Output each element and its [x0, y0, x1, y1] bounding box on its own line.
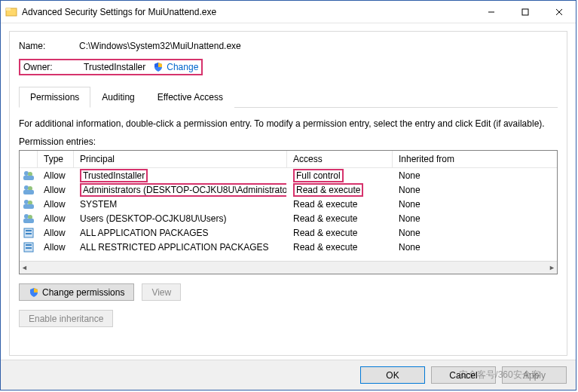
col-type[interactable]: Type: [38, 151, 74, 167]
content-panel: Name: C:\Windows\System32\MuiUnattend.ex…: [9, 31, 567, 356]
cell-type: Allow: [38, 240, 74, 254]
cell-access: Read & execute: [287, 226, 393, 240]
cell-principal: ALL APPLICATION PACKAGES: [74, 226, 287, 240]
tab-permissions[interactable]: Permissions: [19, 87, 90, 108]
svg-point-12: [24, 200, 29, 204]
cell-inherited: None: [393, 226, 557, 240]
cell-type: Allow: [38, 212, 74, 225]
principal-icon: [20, 197, 38, 212]
principal-icon: [20, 240, 38, 255]
tab-auditing[interactable]: Auditing: [90, 87, 145, 108]
principal-icon: [20, 211, 38, 226]
change-permissions-label: Change permissions: [42, 287, 124, 298]
ok-button[interactable]: OK: [360, 366, 425, 384]
maximize-button[interactable]: [508, 1, 542, 23]
col-principal[interactable]: Principal: [74, 151, 287, 167]
cell-type: Allow: [38, 198, 74, 211]
name-value: C:\Windows\System32\MuiUnattend.exe: [79, 41, 241, 51]
entries-label: Permission entries:: [19, 136, 558, 147]
table-row[interactable]: AllowAdministrators (DESKTOP-OCJKU8U\Adm…: [20, 182, 557, 197]
svg-point-15: [24, 214, 29, 219]
svg-rect-3: [522, 9, 528, 15]
table-row[interactable]: AllowUsers (DESKTOP-OCJKU8U\Users)Read &…: [20, 211, 557, 225]
titlebar: Advanced Security Settings for MuiUnatte…: [1, 1, 576, 23]
apply-button[interactable]: Apply: [502, 366, 567, 384]
svg-rect-11: [23, 190, 34, 194]
scroll-right-icon[interactable]: ►: [549, 264, 555, 271]
svg-rect-8: [23, 176, 34, 180]
name-label: Name:: [19, 41, 79, 51]
principal-icon: [20, 182, 38, 198]
cell-access: Read & execute: [287, 182, 393, 198]
cancel-label: Cancel: [449, 370, 477, 381]
table-header: Type Principal Access Inherited from: [20, 151, 557, 168]
cell-inherited: None: [393, 240, 557, 254]
info-text: For additional information, double-click…: [19, 118, 558, 129]
shield-icon: [29, 287, 39, 298]
enable-inheritance-button[interactable]: Enable inheritance: [19, 310, 113, 327]
change-permissions-button[interactable]: Change permissions: [19, 283, 134, 301]
owner-label: Owner:: [23, 62, 84, 72]
svg-rect-19: [26, 230, 32, 231]
permissions-table: Type Principal Access Inherited from All…: [19, 150, 558, 274]
owner-value: TrustedInstaller: [84, 62, 145, 72]
window-title: Advanced Security Settings for MuiUnatte…: [22, 7, 216, 17]
shield-icon: [153, 62, 164, 72]
svg-rect-1: [6, 8, 11, 11]
table-row[interactable]: AllowALL APPLICATION PACKAGESRead & exec…: [20, 225, 557, 240]
col-inherited[interactable]: Inherited from: [393, 151, 557, 167]
window-controls: [474, 1, 576, 23]
tabs: Permissions Auditing Effective Access: [19, 86, 558, 108]
cancel-button[interactable]: Cancel 安全客号/360安全客: [431, 366, 496, 384]
cell-type: Allow: [38, 226, 74, 240]
table-row[interactable]: AllowSYSTEMRead & executeNone: [20, 197, 557, 211]
cell-inherited: None: [393, 183, 557, 197]
table-body: AllowTrustedInstallerFull controlNoneAll…: [20, 168, 557, 254]
scroll-left-icon[interactable]: ◄: [21, 264, 28, 271]
bottom-bar: OK Cancel 安全客号/360安全客 Apply: [1, 360, 576, 390]
svg-rect-22: [26, 244, 32, 246]
svg-point-6: [24, 171, 29, 176]
table-row[interactable]: AllowALL RESTRICTED APPLICATION PACKAGES…: [20, 240, 557, 254]
cell-inherited: None: [393, 212, 557, 225]
cell-inherited: None: [393, 169, 557, 182]
principal-icon: [20, 168, 38, 183]
cell-principal: Users (DESKTOP-OCJKU8U\Users): [74, 212, 287, 225]
cell-principal: Administrators (DESKTOP-OCJKU8U\Administ…: [74, 182, 287, 198]
change-owner-link[interactable]: Change: [167, 62, 198, 72]
table-row[interactable]: AllowTrustedInstallerFull controlNone: [20, 168, 557, 182]
cell-access: Read & execute: [287, 198, 393, 211]
close-button[interactable]: [542, 1, 576, 23]
svg-rect-17: [23, 219, 34, 223]
svg-rect-14: [23, 204, 34, 209]
col-access[interactable]: Access: [287, 151, 393, 167]
cell-principal: SYSTEM: [74, 198, 287, 211]
svg-rect-20: [26, 233, 32, 234]
folder-icon: [5, 6, 17, 18]
horizontal-scrollbar[interactable]: ◄ ►: [20, 261, 557, 274]
svg-rect-23: [26, 247, 32, 249]
cell-type: Allow: [38, 183, 74, 197]
cell-principal: ALL RESTRICTED APPLICATION PACKAGES: [74, 240, 287, 254]
principal-icon: [20, 225, 38, 240]
cell-access: Read & execute: [287, 212, 393, 225]
cell-access: Read & execute: [287, 240, 393, 254]
svg-point-9: [24, 185, 29, 190]
view-button[interactable]: View: [142, 283, 181, 301]
cell-type: Allow: [38, 169, 74, 182]
tab-effective-access[interactable]: Effective Access: [146, 87, 234, 108]
cell-inherited: None: [393, 198, 557, 211]
minimize-button[interactable]: [474, 1, 508, 23]
